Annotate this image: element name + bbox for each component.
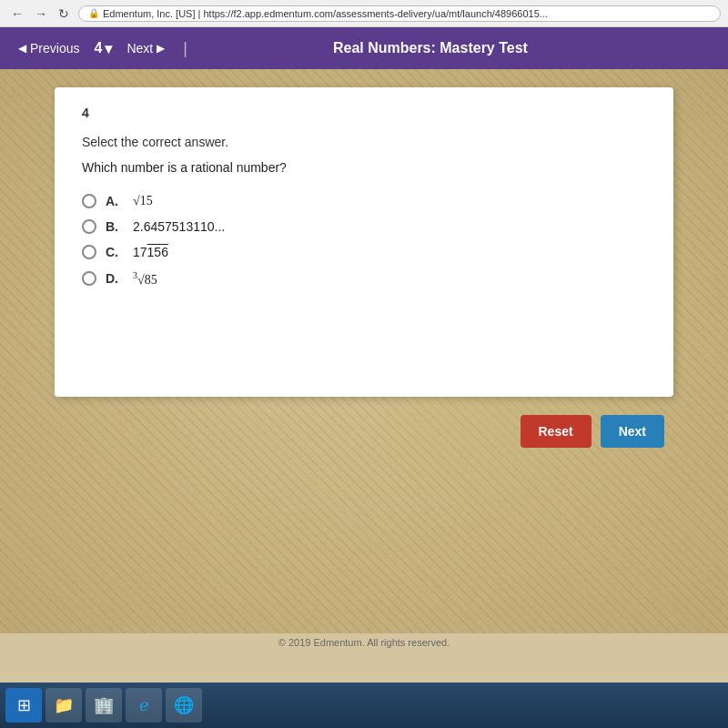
question-badge: 4 bbox=[82, 106, 646, 120]
radio-b[interactable] bbox=[82, 219, 96, 234]
office-button[interactable]: 🏢 bbox=[86, 688, 122, 723]
copyright-text: © 2019 Edmentum. All rights reserved. bbox=[278, 637, 450, 648]
folder-icon: 📁 bbox=[54, 695, 74, 715]
option-d[interactable]: D. 3√85 bbox=[82, 270, 646, 288]
option-a[interactable]: A. √15 bbox=[82, 193, 646, 208]
lock-icon: 🔒 bbox=[88, 8, 99, 18]
back-button[interactable]: ← bbox=[7, 5, 27, 23]
option-d-value: 3√85 bbox=[133, 270, 157, 288]
browser-nav-controls[interactable]: ← → ↻ bbox=[7, 5, 73, 23]
chrome-button[interactable]: 🌐 bbox=[166, 688, 202, 723]
option-a-label: A. bbox=[106, 194, 124, 208]
main-content: 4 Select the correct answer. Which numbe… bbox=[0, 69, 728, 633]
question-number-display: 4 ▾ bbox=[94, 40, 112, 57]
instruction-text: Select the correct answer. bbox=[82, 135, 646, 149]
previous-button[interactable]: ◀ Previous bbox=[11, 37, 86, 59]
action-bar: Reset Next bbox=[55, 415, 673, 448]
question-card: 4 Select the correct answer. Which numbe… bbox=[55, 87, 673, 397]
radio-a[interactable] bbox=[82, 194, 96, 208]
previous-label: Previous bbox=[30, 41, 79, 56]
url-text: Edmentum, Inc. [US] | https://f2.app.edm… bbox=[103, 8, 548, 19]
option-d-label: D. bbox=[106, 271, 124, 286]
content-wrapper: 4 Select the correct answer. Which numbe… bbox=[9, 87, 719, 448]
radio-c[interactable] bbox=[82, 245, 96, 259]
options-list: A. √15 B. 2.6457513110... C. 17156 bbox=[82, 193, 646, 288]
office-icon: 🏢 bbox=[94, 695, 114, 715]
ie-button[interactable]: ℯ bbox=[126, 688, 162, 723]
taskbar: ⊞ 📁 🏢 ℯ 🌐 bbox=[0, 682, 728, 728]
option-b-value: 2.6457513110... bbox=[133, 219, 225, 234]
top-navigation: ◀ Previous 4 ▾ Next ▶ | Real Numbers: Ma… bbox=[0, 27, 728, 69]
windows-icon: ⊞ bbox=[17, 695, 31, 715]
reset-button[interactable]: Reset bbox=[521, 415, 592, 448]
chevron-down-icon[interactable]: ▾ bbox=[105, 40, 112, 57]
file-explorer-button[interactable]: 📁 bbox=[46, 688, 82, 723]
next-button-bottom[interactable]: Next bbox=[601, 415, 664, 448]
question-num-value: 4 bbox=[94, 40, 102, 56]
radio-d[interactable] bbox=[82, 271, 96, 286]
refresh-button[interactable]: ↻ bbox=[55, 5, 73, 23]
option-c[interactable]: C. 17156 bbox=[82, 245, 646, 259]
option-a-value: √15 bbox=[133, 193, 153, 208]
start-button[interactable]: ⊞ bbox=[5, 688, 42, 723]
page-title: Real Numbers: Mastery Test bbox=[144, 40, 717, 56]
option-c-value: 17156 bbox=[133, 245, 168, 259]
address-bar[interactable]: 🔒 Edmentum, Inc. [US] | https://f2.app.e… bbox=[78, 5, 721, 22]
option-b-label: B. bbox=[106, 219, 124, 234]
question-text: Which number is a rational number? bbox=[82, 160, 646, 175]
browser-chrome: ← → ↻ 🔒 Edmentum, Inc. [US] | https://f2… bbox=[0, 0, 728, 27]
option-c-label: C. bbox=[106, 245, 124, 259]
chrome-icon: 🌐 bbox=[174, 695, 194, 715]
footer: © 2019 Edmentum. All rights reserved. bbox=[0, 630, 728, 655]
ie-icon: ℯ bbox=[139, 695, 149, 715]
prev-arrow-icon: ◀ bbox=[18, 42, 26, 55]
option-b[interactable]: B. 2.6457513110... bbox=[82, 219, 646, 234]
forward-button[interactable]: → bbox=[31, 5, 51, 23]
